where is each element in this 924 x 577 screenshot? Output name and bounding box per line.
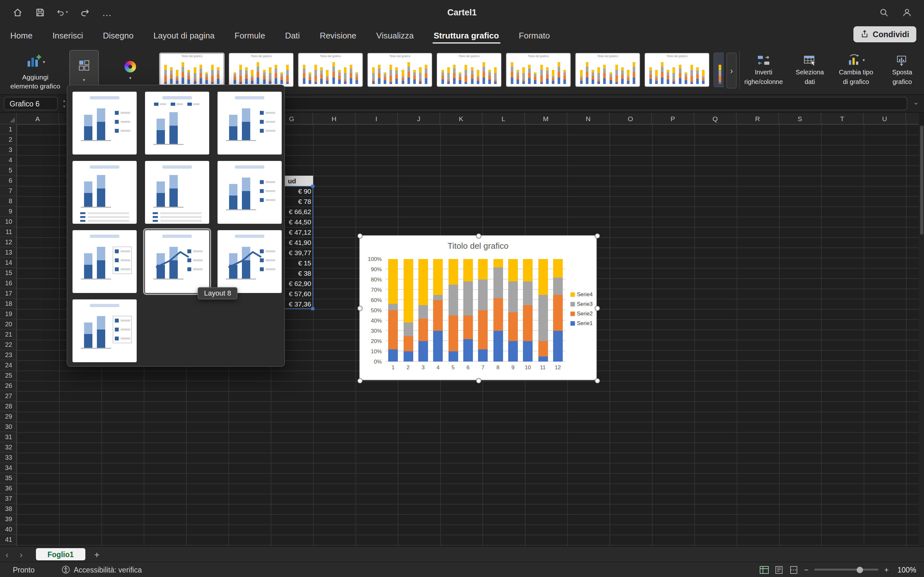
save-icon[interactable] <box>34 6 45 18</box>
zoom-in-button[interactable]: + <box>884 565 889 574</box>
column-header-m[interactable]: M <box>525 113 567 124</box>
chart-style-thumb[interactable]: Titolo del grafico <box>367 53 433 87</box>
chart-resize-handle[interactable] <box>595 234 600 239</box>
chart-resize-handle[interactable] <box>595 378 600 384</box>
row-header-7[interactable]: 7 <box>0 186 16 196</box>
row-header-10[interactable]: 10 <box>0 217 16 227</box>
select-all-corner[interactable] <box>0 113 17 124</box>
layout-option-10[interactable] <box>73 300 137 362</box>
sheet-tab-foglio1[interactable]: Foglio1 <box>36 548 86 560</box>
column-header-k[interactable]: K <box>440 113 483 124</box>
row-header-17[interactable]: 17 <box>0 288 16 299</box>
column-header-j[interactable]: J <box>398 113 440 124</box>
ribbon-tab-visualizza[interactable]: Visualizza <box>375 31 415 46</box>
formula-expand-icon[interactable]: ⌄ <box>913 98 919 106</box>
ribbon-tab-dati[interactable]: Dati <box>284 31 301 46</box>
column-header-h[interactable]: H <box>313 113 355 124</box>
chart-style-thumb[interactable]: Titolo del grafico <box>644 53 710 87</box>
ribbon-tab-disegno[interactable]: Disegno <box>102 31 135 46</box>
chart-style-thumb[interactable]: Titolo del grafico <box>436 53 502 87</box>
row-header-2[interactable]: 2 <box>0 135 16 145</box>
ribbon-tab-struttura-grafico[interactable]: Struttura grafico <box>432 31 500 46</box>
chart-title[interactable]: Titolo del grafico <box>360 241 596 251</box>
row-header-8[interactable]: 8 <box>0 196 16 206</box>
row-header-31[interactable]: 31 <box>0 432 16 442</box>
row-header-9[interactable]: 9 <box>0 206 16 217</box>
column-header-q[interactable]: Q <box>694 113 737 124</box>
account-icon[interactable] <box>901 6 913 18</box>
column-header-l[interactable]: L <box>483 113 525 124</box>
vertical-scrollbar[interactable] <box>919 124 924 546</box>
ribbon-tab-inserisci[interactable]: Inserisci <box>51 31 84 46</box>
page-layout-view-icon[interactable] <box>774 566 783 574</box>
row-header-29[interactable]: 29 <box>0 412 16 422</box>
add-sheet-button[interactable]: + <box>94 549 99 559</box>
row-header-24[interactable]: 24 <box>0 360 16 371</box>
page-break-view-icon[interactable] <box>789 566 798 574</box>
row-header-5[interactable]: 5 <box>0 165 16 176</box>
chart-object[interactable]: Titolo del grafico 0%10%20%30%40%50%60%7… <box>359 235 597 380</box>
row-header-40[interactable]: 40 <box>0 524 16 535</box>
row-header-23[interactable]: 23 <box>0 350 16 360</box>
row-header-15[interactable]: 15 <box>0 268 16 278</box>
chart-style-thumb[interactable]: Titolo del grafico <box>714 53 724 87</box>
redo-icon[interactable] <box>79 6 90 18</box>
row-header-41[interactable]: 41 <box>0 535 16 545</box>
column-header-o[interactable]: O <box>610 113 652 124</box>
column-header-i[interactable]: I <box>355 113 398 124</box>
ribbon-tab-formato[interactable]: Formato <box>517 31 551 46</box>
row-header-34[interactable]: 34 <box>0 463 16 473</box>
layout-option-8[interactable] <box>145 230 209 293</box>
chart-style-thumb[interactable]: Titolo del grafico <box>159 53 225 87</box>
row-header-25[interactable]: 25 <box>0 371 16 381</box>
layout-option-7[interactable] <box>73 230 137 293</box>
layout-option-2[interactable] <box>145 92 209 155</box>
row-header-14[interactable]: 14 <box>0 258 16 268</box>
row-header-37[interactable]: 37 <box>0 494 16 504</box>
chart-resize-handle[interactable] <box>595 306 600 311</box>
select-data-button[interactable]: Selezionadati <box>788 50 832 91</box>
layout-option-6[interactable] <box>218 161 282 224</box>
chart-resize-handle[interactable] <box>357 234 363 239</box>
row-header-13[interactable]: 13 <box>0 247 16 258</box>
row-header-32[interactable]: 32 <box>0 442 16 453</box>
row-header-28[interactable]: 28 <box>0 401 16 412</box>
style-gallery-more-button[interactable]: › <box>726 53 737 89</box>
row-header-4[interactable]: 4 <box>0 155 16 165</box>
row-header-27[interactable]: 27 <box>0 391 16 401</box>
column-header-s[interactable]: S <box>779 113 821 124</box>
layout-option-5[interactable] <box>145 161 209 224</box>
row-header-20[interactable]: 20 <box>0 319 16 330</box>
row-header-21[interactable]: 21 <box>0 330 16 340</box>
more-commands-icon[interactable]: … <box>102 6 113 18</box>
undo-dropdown-icon[interactable]: ▾ <box>66 10 68 15</box>
row-header-30[interactable]: 30 <box>0 422 16 432</box>
row-header-39[interactable]: 39 <box>0 514 16 524</box>
undo-icon[interactable]: ▾ <box>57 6 68 18</box>
layout-option-1[interactable] <box>73 92 137 155</box>
sheet-nav-left-icon[interactable]: ‹ <box>0 549 14 559</box>
row-header-35[interactable]: 35 <box>0 473 16 484</box>
accessibility-status[interactable]: Accessibilità: verifica <box>61 566 142 574</box>
row-header-16[interactable]: 16 <box>0 278 16 288</box>
sheet-nav-right-icon[interactable]: › <box>14 549 28 559</box>
normal-view-icon[interactable] <box>760 566 769 574</box>
column-header-p[interactable]: P <box>652 113 694 124</box>
search-icon[interactable] <box>878 6 889 18</box>
ribbon-tab-formule[interactable]: Formule <box>233 31 266 46</box>
row-header-26[interactable]: 26 <box>0 381 16 391</box>
column-header-a[interactable]: A <box>17 113 59 124</box>
chart-style-thumb[interactable]: Titolo del grafico <box>575 53 640 87</box>
layout-option-3[interactable] <box>218 92 282 155</box>
column-header-v[interactable]: V <box>906 113 919 124</box>
zoom-slider[interactable] <box>814 569 879 571</box>
row-header-1[interactable]: 1 <box>0 124 16 135</box>
move-chart-button[interactable]: Spostagrafico <box>880 50 924 91</box>
layout-option-9[interactable] <box>218 230 282 293</box>
column-header-u[interactable]: U <box>864 113 906 124</box>
chart-style-thumb[interactable]: Titolo del grafico <box>506 53 571 87</box>
chart-style-thumb[interactable]: Titolo del grafico <box>228 53 294 87</box>
row-header-18[interactable]: 18 <box>0 299 16 309</box>
ribbon-tab-revisione[interactable]: Revisione <box>318 31 358 46</box>
ribbon-tab-layout-di-pagina[interactable]: Layout di pagina <box>152 31 216 46</box>
